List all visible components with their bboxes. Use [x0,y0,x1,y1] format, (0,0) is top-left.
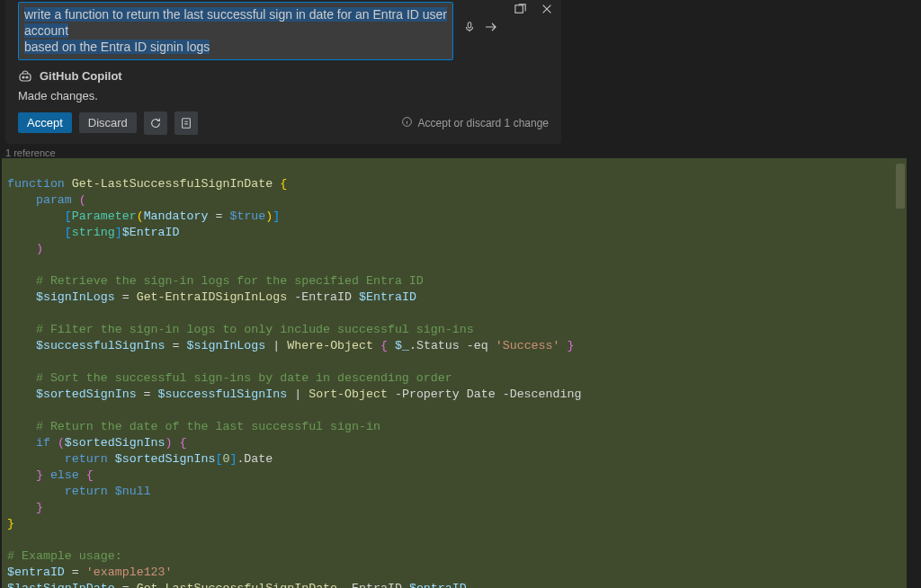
kw-if: if [36,436,50,450]
attr-parameter: Parameter [72,209,137,223]
prompt-line-1: write a function to return the last succ… [24,7,447,38]
var-entraid-ex: $entraID [7,566,65,579]
v-entraid: $entraID [409,582,467,588]
p-property: -Property [395,388,460,401]
copilot-chat-panel: write a function to return the last succ… [5,0,561,144]
attr-mandatory: Mandatory [144,209,209,223]
regenerate-button[interactable] [144,111,167,135]
var-it: $_ [395,339,409,352]
var-success: $successfulSignIns [36,339,165,352]
copilot-title: GitHub Copilot [40,69,122,83]
diff-view-button[interactable] [174,111,198,135]
var-signinlogs: $signInLogs [36,290,115,304]
close-icon[interactable] [540,2,554,16]
svg-rect-0 [468,22,471,28]
str-success: 'Success' [496,339,560,352]
expand-icon[interactable] [513,2,527,16]
op-eq: -eq [467,339,488,352]
kw-return2: return [65,485,108,498]
accept-button[interactable]: Accept [18,112,72,133]
var-src: $signInLogs [187,339,266,352]
copilot-header: GitHub Copilot [18,69,549,84]
var-sorted3: $sortedSignIns [115,452,216,466]
prompt-row: write a function to return the last succ… [5,0,561,62]
param-entraid: -EntraID [294,290,352,304]
actions-row: Accept Discard Accept or discard 1 chang… [18,111,549,135]
v-date: Date [467,388,496,401]
str-example: 'example123' [86,566,173,579]
copilot-status: Made changes. [18,89,549,102]
info-icon [401,116,413,130]
var-entraid: $EntraID [122,226,180,239]
var-null: $null [115,485,151,498]
reference-count[interactable]: 1 reference [0,147,921,158]
top-right-icons [507,2,554,16]
var-src2: $successfulSignIns [158,388,288,401]
fn-getlogs: Get-EntraIDSignInLogs [137,290,288,304]
kw-param: param [36,193,72,207]
fn-name: Get-LastSuccessfulSignInDate [72,177,273,191]
code-editor[interactable]: function Get-LastSuccessfulSignInDate { … [2,158,907,588]
kw-return: return [65,452,108,466]
fn-sort: Sort-Object [308,388,388,401]
comment: # Sort the successful sign-ins by date i… [36,371,452,385]
svg-point-3 [22,76,24,78]
val-true: $true [229,209,265,223]
prompt-inline-icons [462,2,498,34]
p-desc: -Descending [503,388,582,401]
prop-date: .Date [237,452,273,466]
var-sorted2: $sortedSignIns [65,436,165,450]
discard-button[interactable]: Discard [79,112,137,133]
var-entraid-arg: $EntraID [359,290,416,304]
svg-rect-5 [182,118,190,128]
panel-body: GitHub Copilot Made changes. Accept Disc… [5,62,561,135]
type-string: string [72,226,115,239]
kw-function: function [7,177,65,191]
hint-row: Accept or discard 1 change [401,116,549,130]
send-icon[interactable] [484,20,498,34]
p-entraid: -EntraID [344,582,402,588]
mic-icon[interactable] [462,20,477,34]
comment: # Filter the sign-in logs to only includ… [36,323,474,336]
hint-text: Accept or discard 1 change [418,117,549,129]
fn-where: Where-Object [287,339,373,352]
svg-rect-2 [20,74,31,81]
prop-status: .Status [409,339,460,352]
comment: # Return the date of the last successful… [36,420,380,433]
prompt-line-2: based on the Entra ID signin logs [24,40,210,54]
var-lastdate: $lastSignInDate [7,582,115,588]
var-sorted: $sortedSignIns [36,388,137,401]
scrollbar-thumb[interactable] [896,164,905,209]
fn-call: Get-LastSuccessfulSignInDate [137,582,337,588]
kw-else: else [50,468,79,482]
svg-rect-1 [514,4,522,12]
copilot-icon [18,69,32,84]
prompt-input[interactable]: write a function to return the last succ… [18,2,453,60]
comment-example: # Example usage: [7,549,122,563]
svg-point-4 [26,76,28,78]
comment: # Retrieve the sign-in logs for the spec… [36,274,424,288]
